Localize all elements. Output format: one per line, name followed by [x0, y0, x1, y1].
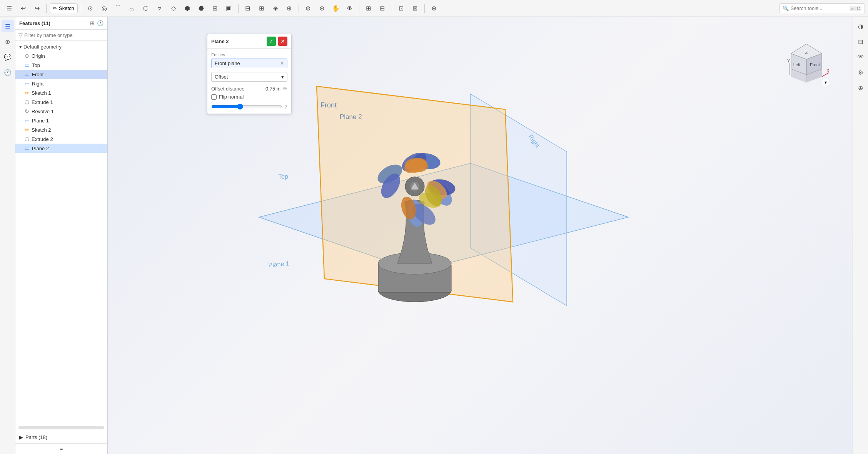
- offset-type-dropdown[interactable]: Offset ▾: [211, 72, 287, 82]
- panel-add-icon[interactable]: ⊞: [90, 20, 95, 26]
- filter-input[interactable]: [24, 32, 104, 38]
- svg-text:X: X: [826, 68, 830, 73]
- tool8-button[interactable]: ⬢: [181, 2, 194, 15]
- front-viewport-label: Front: [320, 101, 337, 109]
- right-panel-icon2[interactable]: ⊟: [855, 35, 867, 48]
- tree-item-right[interactable]: ▭ Right: [15, 79, 107, 88]
- parts-label: Parts (18): [25, 434, 47, 440]
- hamburger-menu-button[interactable]: ☰: [3, 2, 15, 15]
- tool17-button[interactable]: ⊛: [316, 2, 328, 15]
- svg-line-31: [822, 73, 829, 77]
- tool21-button[interactable]: ⊟: [376, 2, 389, 15]
- popup-cancel-button[interactable]: ✕: [278, 37, 287, 46]
- tree-item-sketch1[interactable]: ✏ Sketch 1: [15, 88, 107, 97]
- revolve1-icon: ↻: [25, 108, 29, 114]
- pencil-icon: ✏: [53, 5, 57, 11]
- filter-bar: ▽: [15, 30, 107, 41]
- offset-distance-label: Offset distance: [211, 86, 263, 92]
- panel-history-icon[interactable]: 🕐: [97, 20, 103, 26]
- right-panel-icon5[interactable]: ⊕: [855, 82, 867, 94]
- panel-bottom-icon[interactable]: ≡: [15, 443, 107, 454]
- tool4-button[interactable]: ⌓: [126, 2, 138, 15]
- flip-normal-checkbox[interactable]: [211, 94, 217, 100]
- offset-slider[interactable]: [211, 104, 282, 110]
- tool15-button[interactable]: ⊕: [283, 2, 295, 15]
- right-panel-icon1[interactable]: ◑: [855, 20, 867, 32]
- tool13-button[interactable]: ⊞: [255, 2, 268, 15]
- tool23-button[interactable]: ⊠: [409, 2, 421, 15]
- sketch-label: Sketch: [59, 5, 74, 11]
- tree-item-top[interactable]: ▭ Top: [15, 60, 107, 70]
- list-icon: ≡: [60, 446, 63, 452]
- popup-actions: ✓ ✕: [267, 37, 287, 46]
- panel-header-icons: ⊞ 🕐: [90, 20, 103, 26]
- comments-icon[interactable]: 💬: [2, 51, 14, 63]
- tool3-button[interactable]: ⌒: [112, 2, 124, 15]
- sketch-button[interactable]: ✏ Sketch: [50, 3, 78, 13]
- undo-button[interactable]: ↩: [17, 2, 29, 15]
- tool22-button[interactable]: ⊡: [395, 2, 407, 15]
- redo-button[interactable]: ↪: [31, 2, 43, 15]
- filter-icon: ▽: [18, 32, 23, 38]
- flip-normal-label: Flip normal: [219, 94, 244, 100]
- tool7-button[interactable]: ◇: [167, 2, 180, 15]
- history-icon[interactable]: 🕐: [2, 66, 14, 79]
- x-icon: ✕: [280, 38, 285, 44]
- tool14-button[interactable]: ◈: [269, 2, 282, 15]
- top-plane-icon: ▭: [25, 62, 30, 68]
- extrude1-label: Extrude 1: [32, 99, 53, 105]
- svg-text:Left: Left: [793, 62, 800, 67]
- tree-item-sketch2[interactable]: ✏ Sketch 2: [15, 125, 107, 134]
- orientation-cube[interactable]: Z Left Front Y X ▾: [783, 40, 830, 86]
- tool10-button[interactable]: ⊞: [209, 2, 221, 15]
- tool5-button[interactable]: ⬡: [140, 2, 152, 15]
- entity-box[interactable]: Front plane ✕: [211, 59, 287, 68]
- slider-row: ?: [211, 104, 287, 110]
- sketch1-label: Sketch 1: [32, 90, 51, 96]
- horizontal-scrollbar[interactable]: [18, 426, 104, 429]
- tree-item-plane1[interactable]: ▭ Plane 1: [15, 116, 107, 125]
- view-cube-selector[interactable]: ▾: [822, 79, 830, 86]
- tree-item-extrude1[interactable]: ⬡ Extrude 1: [15, 97, 107, 107]
- tool20-button[interactable]: ⊞: [362, 2, 375, 15]
- tool9-button[interactable]: ⬣: [195, 2, 207, 15]
- tool11-button[interactable]: ▣: [223, 2, 235, 15]
- entity-close-icon[interactable]: ✕: [280, 61, 284, 66]
- tool19-button[interactable]: 👁: [344, 2, 356, 15]
- entity-value: Front plane: [215, 60, 240, 66]
- tree-item-revolve1[interactable]: ↻ Revolve 1: [15, 107, 107, 116]
- popup-ok-button[interactable]: ✓: [267, 37, 276, 46]
- tool1-button[interactable]: ⊙: [84, 2, 97, 15]
- crosshair-button[interactable]: ⊕: [428, 2, 440, 15]
- add-feature-icon[interactable]: ⊕: [2, 35, 14, 48]
- plane1-label: Plane 1: [32, 118, 49, 124]
- sketch2-label: Sketch 2: [32, 127, 51, 133]
- extrude1-icon: ⬡: [25, 99, 29, 105]
- offset-type-label: Offset: [215, 74, 228, 80]
- tree-item-plane2[interactable]: ▭ Plane 2: [15, 144, 107, 153]
- popup-body: Entities Front plane ✕ Offset ▾ Offset d…: [207, 49, 291, 114]
- help-icon[interactable]: ?: [284, 104, 287, 110]
- origin-icon: ⊙: [25, 53, 29, 59]
- tree-item-origin[interactable]: ⊙ Origin: [15, 51, 107, 60]
- tool18-button[interactable]: ✋: [330, 2, 342, 15]
- features-icon[interactable]: ☰: [2, 20, 14, 32]
- viewport[interactable]: Plane 1 Top Right Front Plane 2: [108, 17, 853, 454]
- search-input[interactable]: [790, 5, 848, 11]
- divider-3: [238, 4, 239, 13]
- tree-item-front[interactable]: ▭ Front: [15, 70, 107, 79]
- right-panel-icon4[interactable]: ⚙: [855, 66, 867, 79]
- tool2-button[interactable]: ◎: [98, 2, 110, 15]
- tool16-button[interactable]: ⊘: [302, 2, 314, 15]
- tool12-button[interactable]: ⊟: [242, 2, 254, 15]
- entities-label: Entities: [211, 52, 287, 57]
- default-geometry-toggle[interactable]: ▾ Default geometry: [15, 42, 107, 51]
- edit-pencil-icon[interactable]: ✏: [283, 85, 287, 92]
- tree-item-extrude2[interactable]: ⬡ Extrude 2: [15, 134, 107, 144]
- right-panel-icon3[interactable]: 👁: [855, 51, 867, 63]
- sketch1-icon: ✏: [25, 90, 29, 96]
- tool6-button[interactable]: ▿: [154, 2, 166, 15]
- parts-row[interactable]: ▶ Parts (18): [19, 434, 103, 440]
- popup-title: Plane 2: [211, 39, 229, 44]
- plane2-popup: Plane 2 ✓ ✕ Entities Front plane ✕: [207, 34, 292, 114]
